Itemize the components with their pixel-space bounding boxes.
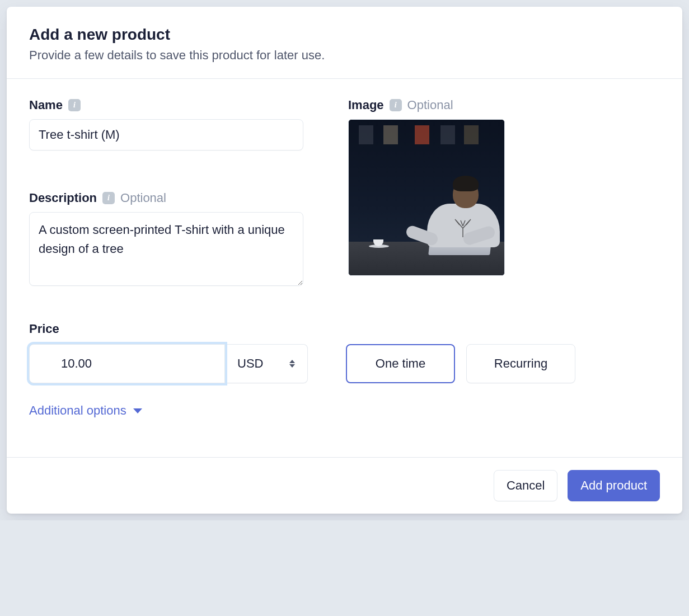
description-input[interactable] [29,212,303,286]
product-image [349,120,504,275]
additional-options-label: Additional options [29,403,126,418]
cancel-button[interactable]: Cancel [494,470,557,501]
select-chevrons-icon [289,360,295,368]
price-label: Price [29,322,59,336]
modal-header: Add a new product Provide a few details … [7,7,682,79]
modal-footer: Cancel Add product [7,457,682,514]
description-field-group: Description i Optional [29,191,303,288]
billing-one-time-button[interactable]: One time [346,344,455,383]
chevron-down-icon [133,408,142,413]
optional-badge: Optional [407,98,453,112]
optional-badge: Optional [120,191,166,205]
billing-toggle: One time Recurring [346,344,575,383]
image-field-group: Image i Optional [348,98,660,288]
price-input[interactable] [29,344,225,383]
additional-options-toggle[interactable]: Additional options [29,403,142,418]
name-field-group: Name i [29,98,303,151]
image-label: Image [348,98,384,112]
name-label: Name [29,98,63,112]
info-icon[interactable]: i [102,192,115,204]
currency-select[interactable]: USD [225,344,308,383]
description-label: Description [29,191,97,205]
info-icon[interactable]: i [390,99,402,111]
price-field-group: Price $ USD [29,322,660,383]
currency-value: USD [237,356,263,371]
add-product-modal: Add a new product Provide a few details … [7,7,682,514]
modal-subtitle: Provide a few details to save this produ… [29,48,660,63]
modal-title: Add a new product [29,26,660,44]
name-input[interactable] [29,119,303,151]
add-product-button[interactable]: Add product [568,470,660,501]
billing-recurring-button[interactable]: Recurring [466,344,575,383]
info-icon[interactable]: i [68,99,81,111]
modal-body: Name i Description i Optional Imag [7,79,682,457]
image-preview[interactable] [348,119,505,276]
